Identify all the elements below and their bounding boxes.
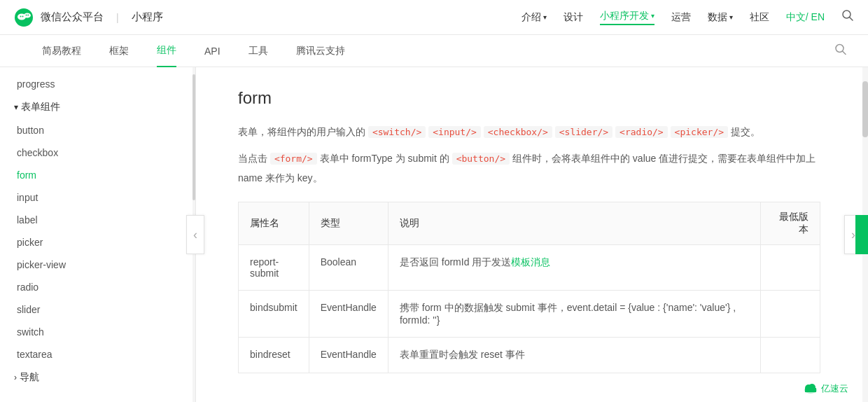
desc2-prefix: 当点击 — [238, 153, 267, 164]
svg-point-5 — [26, 14, 27, 15]
nav-item-community[interactable]: 社区 — [750, 11, 769, 24]
sidebar-scrollbar-thumb — [192, 74, 195, 200]
code-slider: <slider/> — [555, 126, 612, 138]
svg-rect-15 — [805, 388, 816, 392]
col-header-desc: 说明 — [388, 202, 760, 245]
code-checkbox: <checkbox/> — [484, 126, 552, 138]
svg-point-2 — [24, 13, 31, 18]
content-area: form 表单，将组件内的用户输入的 <switch/> <input/> <c… — [196, 67, 862, 402]
top-nav-right: 介绍 ▾ 设计 小程序开发 ▾ 运营 数据 ▾ 社区 中文/ EN — [522, 9, 854, 25]
search-icon[interactable] — [841, 9, 854, 25]
sidebar-item-label[interactable]: label — [0, 209, 195, 231]
cell-type-bindsubmit: EventHandle — [309, 291, 388, 338]
nav-section-label: 导航 — [20, 371, 39, 384]
main-layout: progress ▾ 表单组件 button checkbox form inp… — [0, 67, 868, 402]
chevron-down-icon: ▾ — [14, 102, 18, 112]
chevron-right-icon: › — [14, 373, 17, 382]
tab-framework[interactable]: 框架 — [109, 35, 129, 67]
section-label: 表单组件 — [21, 101, 60, 113]
svg-line-8 — [850, 18, 853, 21]
code-picker: <picker/> — [671, 126, 728, 138]
desc1-text: 表单，将组件内的用户输入的 — [238, 126, 365, 137]
col-header-version: 最低版本 — [760, 202, 820, 245]
cell-desc-report-submit: 是否返回 formId 用于发送模板消息 — [388, 245, 760, 291]
cell-desc-bindreset: 表单重置时会触发 reset 事件 — [388, 338, 760, 373]
sidebar-item-radio[interactable]: radio — [0, 276, 195, 298]
svg-point-3 — [20, 15, 22, 17]
page-title: form — [238, 88, 820, 108]
cell-version-bindreset — [760, 338, 820, 373]
cell-attr-bindreset: bindreset — [239, 338, 309, 373]
code-switch: <switch/> — [368, 126, 426, 138]
cell-attr-bindsubmit: bindsubmit — [239, 291, 309, 338]
cell-desc-bindsubmit: 携带 form 中的数据触发 submit 事件，event.detail = … — [388, 291, 760, 338]
lang-switcher[interactable]: 中文/ EN — [786, 11, 825, 24]
search-icon-secondary[interactable] — [834, 43, 847, 59]
top-nav: 微信公众平台 | 小程序 介绍 ▾ 设计 小程序开发 ▾ 运营 数据 ▾ 社区 … — [0, 0, 868, 35]
svg-point-4 — [22, 15, 24, 17]
code-button: <button/> — [452, 153, 510, 165]
desc1-suffix: 提交。 — [731, 126, 760, 137]
sidebar-item-switch[interactable]: switch — [0, 321, 195, 343]
cell-type-bindreset: EventHandle — [309, 338, 388, 373]
svg-line-10 — [843, 51, 846, 55]
code-input: <input/> — [428, 126, 481, 138]
sidebar-item-progress[interactable]: progress — [0, 73, 195, 95]
code-radio: <radio/> — [615, 126, 668, 138]
nav-item-intro[interactable]: 介绍 ▾ — [522, 11, 547, 24]
right-scrollbar-thumb — [862, 81, 868, 137]
sidebar-section-form[interactable]: ▾ 表单组件 — [0, 95, 195, 119]
cell-version-report-submit — [760, 245, 820, 291]
wechat-logo — [14, 8, 34, 27]
table-row: bindsubmit EventHandle 携带 form 中的数据触发 su… — [239, 291, 820, 338]
desc-line-1: 表单，将组件内的用户输入的 <switch/> <input/> <checkb… — [238, 122, 820, 141]
tab-simple-tutorial[interactable]: 简易教程 — [42, 35, 81, 67]
logo-text: 亿速云 — [821, 382, 848, 395]
cloud-icon — [803, 382, 818, 395]
nav-item-data[interactable]: 数据 ▾ — [708, 11, 733, 24]
sidebar-item-form[interactable]: form — [0, 164, 195, 186]
tab-components[interactable]: 组件 — [157, 35, 176, 67]
nav-separator: | — [116, 12, 119, 23]
bottom-logo: 亿速云 — [803, 382, 848, 395]
sidebar-item-button[interactable]: button — [0, 119, 195, 141]
sidebar-item-textarea[interactable]: textarea — [0, 343, 195, 366]
sidebar-item-checkbox[interactable]: checkbox — [0, 141, 195, 164]
sidebar-item-picker[interactable]: picker — [0, 231, 195, 254]
sidebar-section-nav[interactable]: › 导航 — [0, 366, 195, 389]
sidebar: progress ▾ 表单组件 button checkbox form inp… — [0, 67, 196, 402]
table-row: bindreset EventHandle 表单重置时会触发 reset 事件 — [239, 338, 820, 373]
col-header-attr: 属性名 — [239, 202, 309, 245]
sidebar-item-picker-view[interactable]: picker-view — [0, 254, 195, 276]
cell-attr-report-submit: report-submit — [239, 245, 309, 291]
table-header-row: 属性名 类型 说明 最低版本 — [239, 202, 820, 245]
green-side-tab[interactable] — [855, 215, 868, 254]
nav-item-design[interactable]: 设计 — [564, 11, 583, 24]
sidebar-item-input[interactable]: input — [0, 186, 195, 209]
nav-item-dev[interactable]: 小程序开发 ▾ — [600, 10, 654, 25]
col-header-type: 类型 — [309, 202, 388, 245]
cell-version-bindsubmit — [760, 291, 820, 338]
mini-program-label: 小程序 — [132, 11, 163, 24]
sidebar-item-slider[interactable]: slider — [0, 298, 195, 321]
cell-type-report-submit: Boolean — [309, 245, 388, 291]
nav-item-ops[interactable]: 运营 — [671, 11, 691, 24]
tab-tencent-cloud[interactable]: 腾讯云支持 — [296, 35, 345, 67]
desc2-mid1: 表单中 formType 为 submit 的 — [320, 153, 449, 164]
attr-table: 属性名 类型 说明 最低版本 report-submit Boolean 是否返… — [238, 202, 820, 373]
table-row: report-submit Boolean 是否返回 formId 用于发送模板… — [239, 245, 820, 291]
template-msg-link[interactable]: 模板消息 — [511, 256, 550, 268]
left-nav-arrow[interactable]: ‹ — [186, 215, 204, 254]
platform-name: 微信公众平台 — [41, 11, 104, 24]
tab-api[interactable]: API — [204, 35, 220, 67]
brand-area: 微信公众平台 | 小程序 — [14, 8, 163, 27]
code-form: <form/> — [270, 153, 317, 165]
tab-tools[interactable]: 工具 — [248, 35, 268, 67]
desc-line-2: 当点击 <form/> 表单中 formType 为 submit 的 <but… — [238, 148, 820, 188]
svg-point-6 — [27, 14, 29, 15]
second-nav: 简易教程 框架 组件 API 工具 腾讯云支持 — [0, 35, 868, 67]
